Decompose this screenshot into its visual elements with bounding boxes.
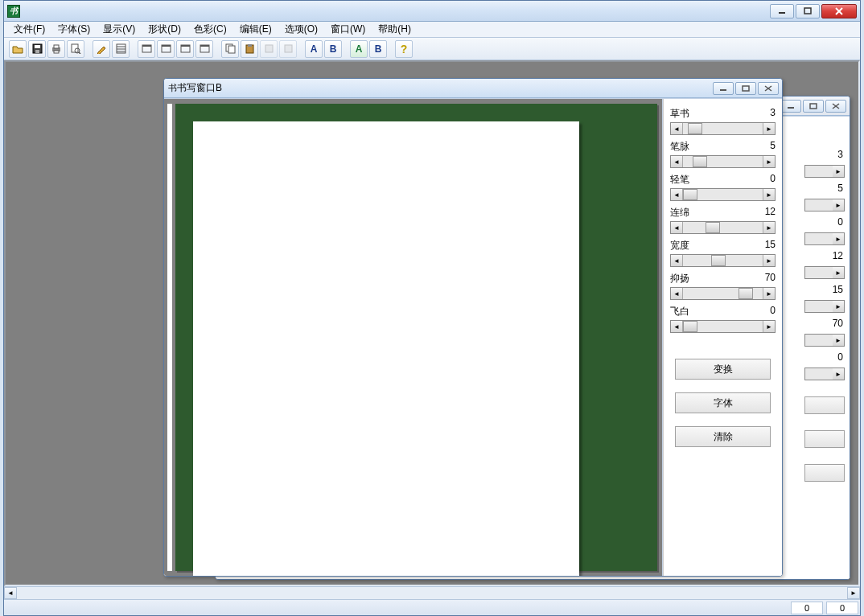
- transform-button[interactable]: 变换: [675, 359, 771, 380]
- slider-right-icon[interactable]: ►: [763, 288, 775, 299]
- copy-icon[interactable]: [221, 40, 239, 58]
- back-slider-6[interactable]: ►: [804, 368, 845, 380]
- slider-left-icon[interactable]: ◄: [671, 123, 683, 134]
- window3-icon[interactable]: [176, 40, 194, 58]
- slider-control[interactable]: ◄►: [670, 320, 776, 333]
- slider-right-icon[interactable]: ►: [833, 267, 844, 278]
- help-icon[interactable]: ?: [395, 40, 413, 58]
- slider-track[interactable]: [683, 288, 763, 299]
- slider-thumb[interactable]: [683, 321, 697, 332]
- paste-icon[interactable]: [241, 40, 258, 58]
- slider-left-icon[interactable]: ◄: [671, 222, 683, 233]
- preview-icon[interactable]: [67, 40, 84, 58]
- back-clear-button[interactable]: [804, 464, 845, 482]
- slider-right-icon[interactable]: ►: [763, 156, 775, 167]
- slider-control[interactable]: ◄►: [670, 221, 776, 234]
- slider-right-icon[interactable]: ►: [763, 222, 775, 233]
- save-icon[interactable]: [28, 40, 46, 58]
- slider-thumb[interactable]: [683, 189, 697, 200]
- slider-left-icon[interactable]: ◄: [671, 255, 683, 266]
- slider-left-icon[interactable]: ◄: [671, 321, 683, 332]
- slider-right-icon[interactable]: ►: [833, 335, 844, 346]
- child-front-close[interactable]: [758, 82, 779, 95]
- slider-right-icon[interactable]: ►: [833, 166, 844, 177]
- slider-right-icon[interactable]: ►: [833, 301, 844, 312]
- slider-right-icon[interactable]: ►: [763, 189, 775, 200]
- slider-right-icon[interactable]: ►: [833, 233, 844, 244]
- child-front-title-bar[interactable]: 书 书写窗口B: [164, 79, 782, 98]
- menu-file[interactable]: 文件(F): [7, 21, 51, 38]
- canvas-area[interactable]: [164, 99, 663, 576]
- cut-icon[interactable]: [260, 40, 278, 58]
- ab-mode-a[interactable]: A: [350, 40, 368, 58]
- grid-icon[interactable]: [112, 40, 130, 58]
- back-slider-5[interactable]: ►: [804, 334, 845, 347]
- window1-icon[interactable]: [138, 40, 155, 58]
- scroll-right-icon[interactable]: ►: [847, 587, 860, 599]
- ab-window-a[interactable]: A: [305, 40, 323, 58]
- horizontal-scrollbar[interactable]: ◄ ►: [4, 586, 860, 599]
- close-button[interactable]: [821, 4, 857, 18]
- back-slider-2[interactable]: ►: [804, 232, 845, 245]
- slider-track[interactable]: [683, 123, 763, 134]
- slider-track[interactable]: [683, 222, 763, 233]
- ab-window-b[interactable]: B: [324, 40, 342, 58]
- child-back-minimize[interactable]: [780, 100, 801, 113]
- slider-track[interactable]: [683, 321, 763, 332]
- back-slider-1[interactable]: ►: [804, 199, 845, 211]
- back-slider-0[interactable]: ►: [804, 165, 845, 178]
- menu-color[interactable]: 色彩(C): [187, 21, 233, 38]
- delete-icon[interactable]: [279, 40, 297, 58]
- back-slider-4[interactable]: ►: [804, 300, 845, 313]
- slider-left-icon[interactable]: ◄: [671, 156, 683, 167]
- print-icon[interactable]: [47, 40, 65, 58]
- slider-right-icon[interactable]: ►: [763, 123, 775, 134]
- slider-right-icon[interactable]: ►: [763, 255, 775, 266]
- menu-view[interactable]: 显示(V): [97, 21, 142, 38]
- slider-track[interactable]: [683, 156, 763, 167]
- back-font-button[interactable]: [804, 430, 845, 448]
- maximize-button[interactable]: [796, 4, 820, 18]
- child-window-front[interactable]: 书 书写窗口B 草书3◄►笔脉5◄►轻笔0◄►连绵12◄►宽度15◄►抑扬70◄…: [163, 78, 783, 577]
- slider-right-icon[interactable]: ►: [833, 199, 844, 211]
- slider-control[interactable]: ◄►: [670, 188, 776, 201]
- slider-track[interactable]: [683, 255, 763, 266]
- slider-thumb[interactable]: [706, 222, 720, 233]
- menu-edit[interactable]: 编辑(E): [233, 21, 278, 38]
- menu-window[interactable]: 窗口(W): [324, 21, 372, 38]
- slider-control[interactable]: ◄►: [670, 287, 776, 300]
- minimize-button[interactable]: [770, 4, 794, 18]
- clear-button[interactable]: 清除: [675, 426, 771, 447]
- child-front-maximize[interactable]: [735, 82, 756, 95]
- slider-thumb[interactable]: [688, 123, 702, 134]
- back-slider-3[interactable]: ►: [804, 266, 845, 279]
- menu-shape[interactable]: 形状(D): [142, 21, 187, 38]
- slider-track[interactable]: [683, 189, 763, 200]
- slider-left-icon[interactable]: ◄: [671, 189, 683, 200]
- child-front-minimize[interactable]: [713, 82, 734, 95]
- menu-font[interactable]: 字体(S): [51, 21, 97, 38]
- ab-mode-b[interactable]: B: [369, 40, 387, 58]
- slider-thumb[interactable]: [739, 288, 753, 299]
- slider-control[interactable]: ◄►: [670, 254, 776, 267]
- slider-control[interactable]: ◄►: [670, 155, 776, 168]
- slider-thumb[interactable]: [693, 156, 707, 167]
- slider-right-icon[interactable]: ►: [833, 368, 844, 380]
- child-back-maximize[interactable]: [803, 100, 824, 113]
- slider-thumb[interactable]: [711, 255, 726, 266]
- open-icon[interactable]: [9, 40, 27, 58]
- font-button[interactable]: 字体: [675, 392, 771, 413]
- child-back-close[interactable]: [825, 100, 846, 113]
- slider-right-icon[interactable]: ►: [763, 321, 775, 332]
- menu-option[interactable]: 选项(O): [278, 21, 324, 38]
- canvas-page[interactable]: [193, 121, 579, 576]
- scroll-left-icon[interactable]: ◄: [4, 587, 17, 599]
- back-transform-button[interactable]: [804, 396, 845, 414]
- pencil-icon[interactable]: [93, 40, 110, 58]
- slider-left-icon[interactable]: ◄: [671, 288, 683, 299]
- window4-icon[interactable]: [195, 40, 213, 58]
- window2-icon[interactable]: [157, 40, 175, 58]
- slider-control[interactable]: ◄►: [670, 122, 776, 135]
- scroll-track[interactable]: [17, 587, 847, 599]
- menu-help[interactable]: 帮助(H): [372, 21, 418, 38]
